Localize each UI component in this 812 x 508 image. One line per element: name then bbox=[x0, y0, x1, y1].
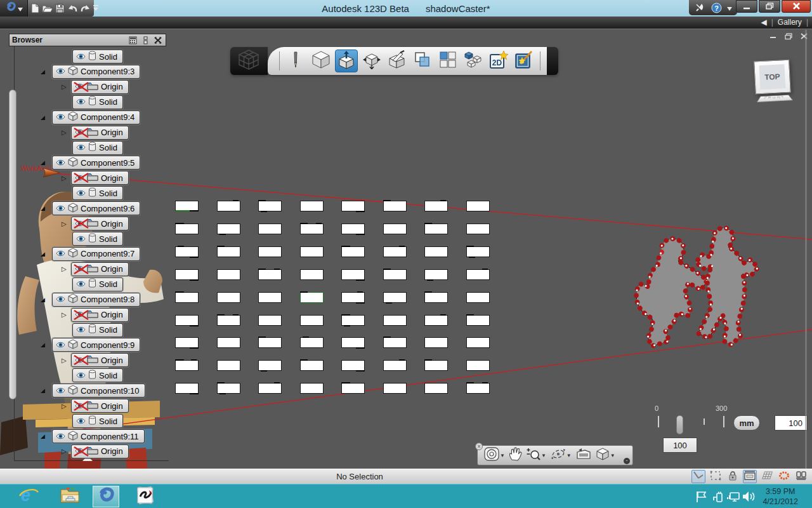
taskbar-ie-button[interactable]: e bbox=[15, 486, 42, 507]
shadow-tile[interactable] bbox=[466, 315, 490, 326]
mesh-toggle[interactable] bbox=[760, 470, 774, 483]
shadow-tile[interactable] bbox=[175, 224, 199, 234]
shadow-tile[interactable] bbox=[424, 246, 448, 257]
tree-node-button[interactable]: Solid bbox=[72, 277, 123, 291]
chevron-down-icon[interactable]: ▼ bbox=[610, 453, 615, 458]
shadow-tile[interactable] bbox=[383, 292, 407, 303]
tray-volume-icon[interactable] bbox=[741, 490, 756, 504]
shadow-tile[interactable] bbox=[258, 269, 282, 280]
tree-node-button[interactable]: Solid bbox=[72, 186, 123, 200]
shadow-tile[interactable] bbox=[300, 269, 324, 280]
nav-look-button[interactable] bbox=[576, 448, 591, 463]
collapse-triangle-icon[interactable]: ▷ bbox=[62, 357, 69, 364]
shadow-tile[interactable] bbox=[383, 246, 407, 257]
taskbar-catch-button[interactable] bbox=[132, 486, 159, 507]
tree-node-button[interactable]: Component9:6 bbox=[52, 201, 140, 215]
shadow-tile[interactable] bbox=[341, 269, 365, 280]
shadow-tile[interactable] bbox=[217, 201, 240, 211]
maximize-button[interactable] bbox=[759, 0, 780, 13]
taskbar-explorer-button[interactable] bbox=[57, 486, 84, 507]
shadow-tile[interactable] bbox=[383, 383, 407, 394]
tree-node-button[interactable]: Origin bbox=[71, 80, 129, 94]
panel-grid-icon[interactable] bbox=[128, 36, 138, 44]
panel-pin-icon[interactable] bbox=[140, 36, 150, 44]
panel-close-icon[interactable] bbox=[153, 36, 163, 44]
shadow-tile[interactable] bbox=[300, 224, 324, 234]
shadow-tile[interactable] bbox=[217, 337, 240, 348]
shadow-tile[interactable] bbox=[424, 292, 448, 303]
tree-node-button[interactable]: Component9:5 bbox=[52, 156, 140, 170]
expand-triangle-icon[interactable]: ◢ bbox=[41, 251, 48, 257]
tree-node-button[interactable]: Origin bbox=[71, 399, 129, 413]
shadow-tile[interactable] bbox=[466, 383, 490, 394]
shadow-tile[interactable] bbox=[300, 383, 324, 394]
slider-value-input[interactable]: 100 bbox=[663, 438, 697, 453]
shadow-tile[interactable] bbox=[424, 201, 448, 211]
tree-node-button[interactable]: Solid bbox=[72, 141, 123, 155]
expand-triangle-icon[interactable]: ◢ bbox=[41, 69, 48, 75]
shadow-tile[interactable] bbox=[424, 360, 448, 371]
community-icon[interactable] bbox=[694, 2, 705, 13]
shadow-tile[interactable] bbox=[217, 292, 240, 303]
shadow-tile[interactable] bbox=[341, 360, 365, 371]
shadow-tile[interactable] bbox=[341, 315, 365, 326]
doc-restore-icon[interactable] bbox=[784, 32, 793, 40]
shadow-tile[interactable] bbox=[341, 246, 365, 257]
shadow-tile[interactable] bbox=[383, 360, 407, 371]
shadow-tile[interactable] bbox=[175, 292, 199, 303]
shadow-tile[interactable] bbox=[383, 315, 407, 326]
magic-wand-tool-button[interactable] bbox=[513, 50, 535, 72]
shadow-tile[interactable] bbox=[466, 360, 490, 371]
nav-zoom-button[interactable]: ▼ bbox=[527, 447, 546, 464]
sketch-silhouettes-object[interactable] bbox=[624, 220, 771, 373]
collapse-triangle-icon[interactable]: ▷ bbox=[62, 175, 69, 182]
viewport-3d[interactable]: WorkAxis2 Browser So bbox=[0, 30, 812, 469]
shadow-tile[interactable] bbox=[258, 337, 282, 348]
shadow-tile[interactable] bbox=[175, 360, 199, 371]
shadow-tile[interactable] bbox=[258, 315, 282, 326]
frame-toggle[interactable] bbox=[743, 470, 757, 483]
shadow-tile[interactable] bbox=[341, 292, 365, 303]
expand-triangle-icon[interactable]: ◢ bbox=[41, 342, 48, 348]
shadow-tile[interactable] bbox=[383, 224, 407, 234]
tray-power-icon[interactable] bbox=[710, 490, 726, 504]
tree-node-button[interactable]: Origin bbox=[71, 262, 129, 276]
tree-node-button[interactable]: Origin bbox=[71, 126, 129, 140]
collapse-triangle-icon[interactable]: ▷ bbox=[62, 83, 69, 90]
sketch-pencil-tool-button[interactable] bbox=[284, 50, 307, 72]
tray-flag-icon[interactable] bbox=[694, 490, 709, 504]
shadow-tile[interactable] bbox=[217, 315, 240, 326]
shadow-tile[interactable] bbox=[258, 292, 282, 303]
collapse-triangle-icon[interactable]: ▷ bbox=[62, 220, 69, 227]
expand-triangle-icon[interactable]: ◢ bbox=[41, 159, 48, 166]
tree-node-button[interactable]: Origin bbox=[71, 217, 129, 231]
browser-scrollbar[interactable] bbox=[9, 90, 16, 399]
stack-toggle[interactable] bbox=[794, 470, 808, 483]
tree-node-button[interactable]: Origin bbox=[71, 353, 129, 367]
shadow-tile[interactable] bbox=[466, 201, 490, 211]
shadow-tile[interactable] bbox=[466, 337, 490, 348]
shadow-tile[interactable] bbox=[424, 337, 448, 348]
group-cubes-tool-button[interactable] bbox=[462, 50, 485, 72]
combine-tool-button[interactable] bbox=[411, 50, 434, 72]
tree-node-button[interactable]: Component9:4 bbox=[52, 110, 140, 124]
create-2d-tool-button[interactable]: 2D bbox=[487, 50, 510, 72]
help-icon[interactable]: ? bbox=[710, 2, 722, 13]
tree-node-button[interactable]: Origin bbox=[71, 171, 129, 185]
collapse-triangle-icon[interactable]: ▷ bbox=[62, 129, 69, 136]
shadow-tile[interactable] bbox=[258, 201, 282, 211]
expand-triangle-icon[interactable]: ◢ bbox=[41, 297, 48, 303]
tree-node-button[interactable]: Component9:10 bbox=[52, 384, 145, 398]
shadow-tile[interactable] bbox=[300, 360, 324, 371]
expand-triangle-icon[interactable]: ◢ bbox=[41, 387, 48, 394]
shadow-tile[interactable] bbox=[341, 383, 365, 394]
chevron-down-icon[interactable] bbox=[727, 2, 732, 13]
scale-slider-thumb[interactable] bbox=[676, 415, 683, 434]
shadow-tile[interactable] bbox=[258, 246, 282, 257]
tree-node-button[interactable]: Origin bbox=[71, 308, 129, 322]
shadow-tile[interactable] bbox=[424, 269, 448, 280]
scale-value-input[interactable]: 100 bbox=[775, 415, 808, 431]
close-button[interactable] bbox=[782, 0, 811, 13]
navbar-close-button[interactable]: x bbox=[475, 443, 483, 450]
shadow-tile[interactable] bbox=[383, 337, 407, 348]
